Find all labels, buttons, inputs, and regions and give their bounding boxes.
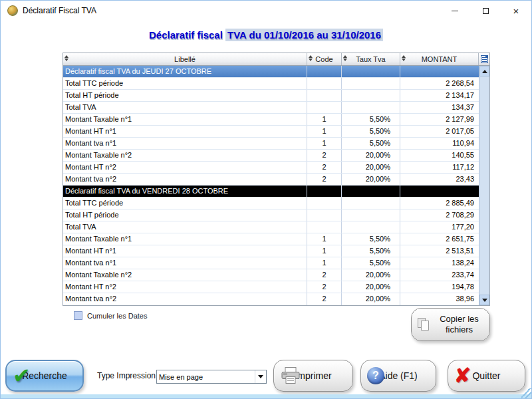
cell-taux: 20,00% <box>342 281 400 293</box>
column-header-code[interactable]: Code <box>307 53 342 65</box>
cell-montant: 110,94 <box>400 138 479 149</box>
help-button[interactable]: ? Aide (F1) <box>360 360 436 392</box>
maximize-button[interactable] <box>470 1 501 21</box>
arrow-down-icon <box>482 299 487 302</box>
cell-montant <box>400 66 479 77</box>
column-label: Taux Tva <box>356 55 385 63</box>
dropdown-button[interactable] <box>255 370 266 383</box>
close-button[interactable]: × <box>501 1 531 21</box>
close-icon: × <box>513 6 519 16</box>
scroll-down-button[interactable] <box>479 295 489 305</box>
cell-libelle: Montant HT n°2 <box>63 281 307 293</box>
cell-code: 2 <box>307 162 342 173</box>
cell-code: 2 <box>307 269 342 281</box>
cell-libelle: Total TVA <box>63 102 307 113</box>
table-row[interactable]: Montant Taxable n°115,50%2 127,99 <box>63 114 479 126</box>
cell-taux: 5,50% <box>342 114 400 125</box>
table-header: Libellé Code Taux Tva MONTANT <box>63 53 489 66</box>
cell-code: 1 <box>307 126 342 137</box>
page-title-prefix: Déclaratif fiscal <box>149 29 225 41</box>
table-row[interactable]: Montant tva n°2220,00%23,43 <box>63 174 479 186</box>
tva-table: Libellé Code Taux Tva MONTANT Déclaratif… <box>63 53 490 306</box>
cumuler-dates-option: Cumuler les Dates <box>74 311 147 320</box>
cell-montant <box>400 186 479 197</box>
cumuler-dates-checkbox[interactable] <box>74 311 82 320</box>
cell-montant: 2 651,75 <box>400 233 479 245</box>
table-row[interactable]: Total HT période2 708,29 <box>63 209 479 221</box>
table-row[interactable]: Total TVA177,20 <box>63 221 479 233</box>
sort-icon <box>343 55 347 61</box>
quit-button[interactable]: ✘ Quitter <box>448 360 525 392</box>
scroll-up-button[interactable] <box>479 66 489 76</box>
print-button[interactable]: Imprimer <box>273 360 353 392</box>
column-label: Libellé <box>174 55 196 63</box>
column-header-taux-tva[interactable]: Taux Tva <box>342 53 400 65</box>
cell-libelle: Montant Taxable n°2 <box>63 150 307 161</box>
title-bar: Déclaratif Fiscal TVA × <box>1 1 531 21</box>
cell-code <box>307 198 342 209</box>
type-impression-select[interactable]: Mise en page <box>156 370 267 384</box>
window-title: Déclaratif Fiscal TVA <box>23 1 96 21</box>
sort-icon <box>309 55 313 61</box>
cell-montant: 2 268,54 <box>400 78 479 89</box>
check-icon: ✔ <box>13 365 31 386</box>
cell-taux: 20,00% <box>342 162 400 173</box>
cell-taux: 5,50% <box>342 257 400 269</box>
cell-taux: 20,00% <box>342 174 400 185</box>
search-button[interactable]: ✔ Recherche <box>5 360 84 392</box>
cumuler-dates-label[interactable]: Cumuler les Dates <box>87 312 147 320</box>
table-row[interactable]: Total TTC période2 885,49 <box>63 198 479 209</box>
vertical-scrollbar[interactable] <box>479 66 489 305</box>
cell-libelle: Montant tva n°2 <box>63 293 307 305</box>
cell-code <box>307 78 342 89</box>
column-header-montant[interactable]: MONTANT <box>400 53 479 65</box>
cell-montant: 2 513,51 <box>400 245 479 257</box>
sort-icon <box>65 55 68 61</box>
table-row[interactable]: Montant Taxable n°115,50%2 651,75 <box>63 233 479 245</box>
table-row[interactable]: Montant tva n°115,50%138,24 <box>63 257 479 269</box>
table-row[interactable]: Montant Taxable n°2220,00%233,74 <box>63 269 479 281</box>
cell-libelle: Déclaratif fiscal TVA du JEUDI 27 OCTOBR… <box>63 66 307 77</box>
cell-code: 2 <box>307 293 342 305</box>
cell-libelle: Montant tva n°1 <box>63 257 307 269</box>
cell-taux: 20,00% <box>342 269 400 281</box>
minimize-button[interactable] <box>440 1 470 21</box>
table-properties-button[interactable] <box>479 53 489 65</box>
cell-taux: 5,50% <box>342 245 400 257</box>
cell-code <box>307 102 342 113</box>
resize-grip[interactable] <box>521 388 531 398</box>
table-row[interactable]: Total HT période2 134,17 <box>63 90 479 102</box>
column-label: MONTANT <box>422 55 458 63</box>
table-row[interactable]: Montant HT n°2220,00%117,12 <box>63 162 479 174</box>
cell-libelle: Total HT période <box>63 90 307 101</box>
cell-code: 1 <box>307 257 342 269</box>
table-row[interactable]: Montant tva n°115,50%110,94 <box>63 138 479 150</box>
app-icon <box>7 5 18 16</box>
cell-montant: 138,24 <box>400 257 479 269</box>
maximize-icon <box>483 8 489 14</box>
page-title: Déclaratif fiscal TVA du 01/10/2016 au 3… <box>1 29 531 41</box>
cell-code: 2 <box>307 281 342 293</box>
cell-montant: 38,96 <box>400 293 479 305</box>
table-row[interactable]: Déclaratif fiscal TVA du VENDREDI 28 OCT… <box>63 186 479 198</box>
chevron-down-icon <box>258 375 263 378</box>
table-row[interactable]: Montant HT n°115,50%2 017,05 <box>63 126 479 138</box>
table-row[interactable]: Montant HT n°2220,00%194,78 <box>63 281 479 293</box>
cell-taux <box>342 102 400 113</box>
table-body: Déclaratif fiscal TVA du JEUDI 27 OCTOBR… <box>63 66 479 305</box>
table-row[interactable]: Montant tva n°2220,00%38,96 <box>63 293 479 305</box>
cell-taux: 5,50% <box>342 126 400 137</box>
cell-libelle: Total TVA <box>63 221 307 233</box>
table-row[interactable]: Total TTC période2 268,54 <box>63 78 479 90</box>
cell-libelle: Montant tva n°2 <box>63 174 307 185</box>
cell-code: 1 <box>307 233 342 245</box>
table-row[interactable]: Déclaratif fiscal TVA du JEUDI 27 OCTOBR… <box>63 66 479 78</box>
table-row[interactable]: Montant Taxable n°2220,00%140,55 <box>63 150 479 162</box>
column-header-libelle[interactable]: Libellé <box>63 53 307 65</box>
table-row[interactable]: Montant HT n°115,50%2 513,51 <box>63 245 479 257</box>
help-label: Aide (F1) <box>379 370 418 381</box>
arrow-up-icon <box>482 70 487 73</box>
cell-code: 1 <box>307 114 342 125</box>
table-row[interactable]: Total TVA134,37 <box>63 102 479 114</box>
copy-files-button[interactable]: Copier les fichiers <box>411 308 490 341</box>
